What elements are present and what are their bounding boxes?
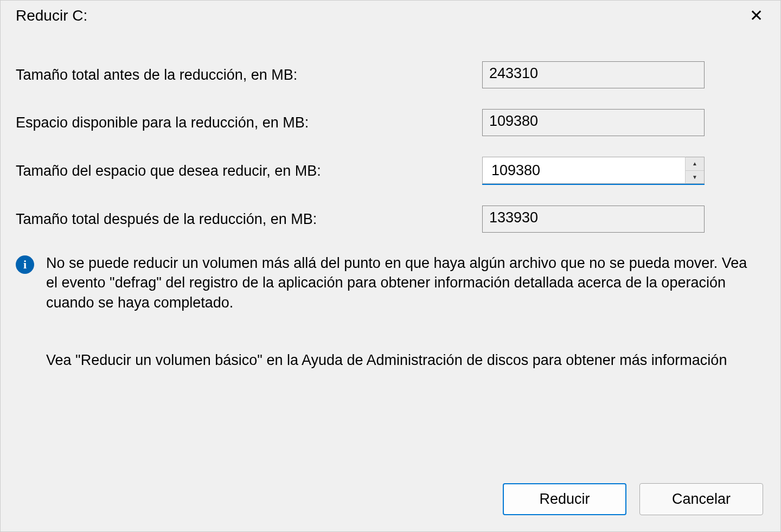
chevron-down-icon: ▼ — [692, 174, 697, 180]
close-icon: ✕ — [750, 7, 763, 24]
shrink-button[interactable]: Reducir — [503, 483, 626, 515]
chevron-up-icon: ▲ — [692, 161, 697, 166]
titlebar: Reducir C: ✕ — [1, 1, 780, 29]
spinner-down-button[interactable]: ▼ — [686, 171, 704, 184]
close-button[interactable]: ✕ — [743, 8, 770, 24]
shrink-amount-input[interactable] — [482, 157, 685, 184]
label-total-before: Tamaño total antes de la reducción, en M… — [16, 67, 482, 84]
cancel-button[interactable]: Cancelar — [639, 483, 763, 515]
info-text: No se puede reducir un volumen más allá … — [46, 253, 760, 312]
info-section: i No se puede reducir un volumen más all… — [16, 253, 765, 312]
row-total-before: Tamaño total antes de la reducción, en M… — [16, 61, 765, 88]
dialog-content: Tamaño total antes de la reducción, en M… — [1, 29, 780, 470]
button-row: Reducir Cancelar — [1, 470, 780, 531]
spinner-buttons: ▲ ▼ — [685, 157, 705, 184]
row-shrink-amount: Tamaño del espacio que desea reducir, en… — [16, 157, 765, 185]
help-text: Vea "Reducir un volumen básico" en la Ay… — [46, 350, 765, 370]
row-total-after: Tamaño total después de la reducción, en… — [16, 206, 765, 233]
value-total-after: 133930 — [482, 206, 705, 233]
value-total-before: 243310 — [482, 61, 705, 88]
value-available: 109380 — [482, 109, 705, 136]
shrink-volume-dialog: Reducir C: ✕ Tamaño total antes de la re… — [0, 0, 781, 532]
spinner-up-button[interactable]: ▲ — [686, 157, 704, 171]
shrink-amount-spinner: ▲ ▼ — [482, 157, 705, 185]
info-icon: i — [16, 255, 34, 274]
row-available: Espacio disponible para la reducción, en… — [16, 109, 765, 136]
label-available: Espacio disponible para la reducción, en… — [16, 114, 482, 131]
label-total-after: Tamaño total después de la reducción, en… — [16, 211, 482, 228]
dialog-title: Reducir C: — [16, 7, 87, 24]
label-shrink-amount: Tamaño del espacio que desea reducir, en… — [16, 163, 482, 180]
